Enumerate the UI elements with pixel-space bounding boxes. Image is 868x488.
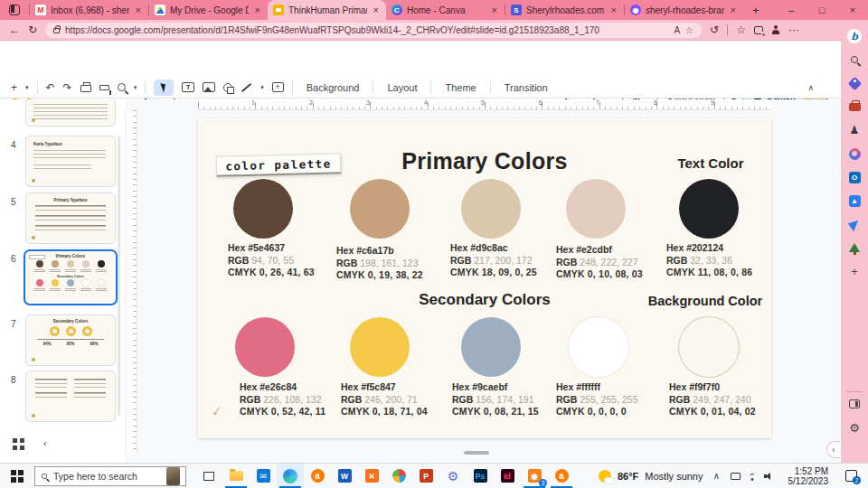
- outlook-icon[interactable]: O: [849, 172, 861, 183]
- tab-website[interactable]: S Sherylrhoades.com - Websi... ×: [505, 0, 624, 20]
- minimize-button[interactable]: –: [776, 0, 807, 20]
- tray-expand-icon[interactable]: ∧: [710, 471, 724, 481]
- close-icon[interactable]: ×: [372, 5, 381, 15]
- transition-button[interactable]: Transition: [499, 82, 553, 93]
- line-dropdown-icon[interactable]: ▾: [260, 84, 264, 91]
- collapse-filmstrip-icon[interactable]: ‹: [43, 437, 47, 448]
- search-input[interactable]: [53, 471, 161, 482]
- color-swatch-circle[interactable]: [350, 317, 410, 377]
- avast-secondary-icon[interactable]: a: [548, 464, 575, 488]
- swatch-info[interactable]: Hex #e26c84 RGB 226, 108, 132 CMYK 0, 52…: [240, 381, 326, 418]
- swatch-info[interactable]: Hex #9caebf RGB 156, 174, 191 CMYK 0, 08…: [452, 381, 539, 418]
- insert-line-icon[interactable]: [241, 81, 252, 93]
- drop-icon[interactable]: [847, 217, 861, 230]
- task-view-icon[interactable]: [195, 464, 222, 488]
- thumbnail-slide-3-partial[interactable]: [25, 99, 116, 127]
- weather-icon[interactable]: [599, 470, 611, 483]
- arrow-sticker[interactable]: →: [206, 400, 230, 423]
- insert-shape-icon[interactable]: [223, 83, 232, 92]
- redo-icon[interactable]: ↷: [63, 81, 72, 94]
- clock[interactable]: 1:52 PM 5/12/2023: [788, 466, 829, 486]
- print-icon[interactable]: [80, 85, 91, 92]
- close-icon[interactable]: ×: [729, 5, 738, 15]
- insert-comment-icon[interactable]: +: [272, 82, 284, 92]
- background-color-heading[interactable]: Background Color: [646, 294, 764, 308]
- thumbnail-slide-8[interactable]: [25, 371, 116, 422]
- tab-drive[interactable]: My Drive - Google Drive ×: [149, 0, 268, 20]
- color-swatch-circle[interactable]: [679, 179, 739, 239]
- display-tray-icon[interactable]: [731, 473, 741, 480]
- close-icon[interactable]: ×: [134, 5, 143, 15]
- tab-slides-active[interactable]: ThinkHuman Primary templ... ×: [268, 0, 386, 20]
- games-icon[interactable]: ♟: [850, 124, 860, 136]
- layout-button[interactable]: Layout: [382, 82, 422, 93]
- collapse-toolbar-icon[interactable]: ∧: [807, 83, 814, 92]
- more-menu-icon[interactable]: ···: [788, 23, 799, 36]
- indesign-icon[interactable]: Id: [494, 464, 521, 488]
- swatch-info[interactable]: Hex #f5c847 RGB 245, 200, 71 CMYK 0, 18,…: [341, 381, 428, 418]
- wifi-icon[interactable]: [747, 472, 758, 481]
- powerpoint-icon[interactable]: P: [412, 464, 439, 488]
- workspaces-icon[interactable]: [9, 5, 20, 15]
- photoshop-icon[interactable]: Ps: [467, 464, 494, 488]
- undo-icon[interactable]: ↶: [46, 81, 55, 94]
- zoom-dropdown-icon[interactable]: ▾: [134, 84, 137, 91]
- zoom-icon[interactable]: [118, 83, 126, 91]
- close-icon[interactable]: ×: [253, 5, 262, 15]
- photos-icon[interactable]: [385, 464, 412, 488]
- swatch-info[interactable]: Hex #e2cdbf RGB 248, 222, 227 CMYK 0, 10…: [556, 244, 643, 281]
- microsoft-365-icon[interactable]: [849, 148, 861, 160]
- collections-icon[interactable]: [754, 26, 763, 34]
- notifications-icon[interactable]: 2: [845, 470, 857, 482]
- swatch-info[interactable]: Hex #ffffff RGB 255, 255, 255 CMYK 0, 0,…: [556, 381, 638, 418]
- back-icon[interactable]: ←: [9, 23, 20, 36]
- bing-copilot-icon[interactable]: b: [847, 29, 862, 43]
- swatch-info[interactable]: Hex #d9c8ac RGB 217, 200, 172 CMYK 18, 0…: [450, 242, 537, 279]
- settings-gear-icon[interactable]: ⚙: [439, 464, 467, 488]
- edge-icon[interactable]: [277, 464, 304, 488]
- address-bar[interactable]: https://docs.google.com/presentation/d/1…: [45, 23, 702, 38]
- tab-canva[interactable]: C Home - Canva ×: [386, 0, 505, 20]
- maximize-button[interactable]: □: [807, 0, 837, 20]
- tab-gmail[interactable]: M Inbox (6,968) - sherylrhoade... ×: [30, 0, 148, 20]
- tab-portfolio[interactable]: ◉ sheryl-rhoades-brand-portf... ×: [625, 0, 743, 20]
- text-box-icon[interactable]: T: [182, 82, 194, 92]
- filmstrip-scrollbar[interactable]: [118, 136, 120, 416]
- read-aloud-icon[interactable]: A: [674, 25, 680, 35]
- favorites-icon[interactable]: ☆: [736, 23, 746, 36]
- mail-icon[interactable]: ✉: [250, 464, 277, 488]
- new-slide-dropdown-icon[interactable]: ▾: [25, 84, 29, 91]
- close-icon[interactable]: ×: [490, 5, 499, 15]
- theme-button[interactable]: Theme: [439, 82, 481, 93]
- color-swatch-circle[interactable]: [569, 317, 628, 377]
- horizontal-scrollbar[interactable]: [464, 451, 489, 455]
- volume-icon[interactable]: [764, 472, 773, 481]
- word-icon[interactable]: W: [331, 464, 358, 488]
- thumbnail-slide-5[interactable]: Primary Typeface: [25, 192, 116, 244]
- color-swatch-circle[interactable]: [235, 317, 295, 377]
- history-icon[interactable]: ↺: [710, 23, 719, 36]
- insert-image-icon[interactable]: [203, 82, 215, 92]
- file-explorer-icon[interactable]: [222, 464, 250, 488]
- color-swatch-circle[interactable]: [233, 179, 293, 239]
- sidebar-settings-icon[interactable]: ⚙: [849, 421, 860, 435]
- toolbox-icon[interactable]: [849, 103, 861, 111]
- weather-temp[interactable]: 86°F: [618, 471, 638, 482]
- thumbnail-slide-6-selected[interactable]: Primary Colors Secondary Colors: [24, 249, 118, 305]
- paint-format-icon[interactable]: [99, 85, 109, 90]
- search-icon[interactable]: [851, 56, 858, 63]
- close-icon[interactable]: ×: [609, 5, 618, 15]
- grid-view-icon[interactable]: [13, 438, 24, 450]
- select-tool-active[interactable]: [154, 80, 174, 96]
- add-sidebar-item-icon[interactable]: +: [851, 265, 858, 278]
- close-window-button[interactable]: ×: [837, 0, 868, 20]
- taskbar-search[interactable]: [34, 466, 186, 486]
- new-slide-button[interactable]: +: [11, 81, 17, 94]
- tree-icon[interactable]: [849, 243, 860, 252]
- reload-icon[interactable]: ↻: [28, 23, 37, 36]
- orange-app-icon[interactable]: ✕: [358, 464, 385, 488]
- thumbnail-slide-4[interactable]: Karla Typeface: [25, 136, 116, 187]
- screenshot-app-icon[interactable]: ◉ 3: [521, 464, 548, 488]
- start-button[interactable]: [11, 470, 24, 483]
- text-color-heading[interactable]: Text Color: [652, 155, 769, 171]
